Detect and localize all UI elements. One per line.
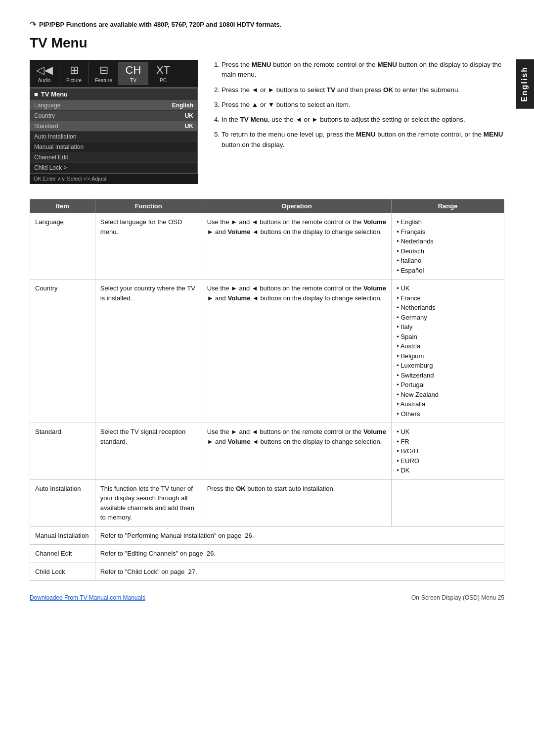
menu-mockup: ◁◀ Audio ⊞ Picture ⊟ Feature CH TV XT [30, 60, 198, 184]
table-row: Manual Installa­tion Refer to "Performin… [30, 526, 504, 545]
menu-row-auto-install-label: Auto Installation [34, 133, 76, 140]
menu-row-channel-edit[interactable]: Channel Edit [30, 152, 197, 163]
header-note: ↷ PIP/PBP Functions are available with 4… [30, 20, 504, 29]
table-header-row: Item Function Operation Range [30, 199, 504, 213]
top-section: ◁◀ Audio ⊞ Picture ⊟ Feature CH TV XT [30, 60, 504, 184]
menu-header-text: TV Menu [41, 91, 68, 98]
col-header-item: Item [30, 199, 95, 213]
instructions-list: Press the MENU button on the remote cont… [213, 60, 504, 150]
main-table: Item Function Operation Range Language S… [30, 199, 504, 581]
col-header-function: Function [95, 199, 202, 213]
range-country: • UK• France• Netherlands• Germany• Ital… [392, 280, 504, 423]
instruction-1: Press the MENU button on the remote cont… [222, 60, 504, 80]
menu-row-auto-install[interactable]: Auto Installation [30, 132, 197, 142]
menu-header: ■ TV Menu [30, 89, 197, 100]
item-channel-edit: Channel Edit [30, 545, 95, 563]
item-manual-install: Manual Installa­tion [30, 526, 95, 545]
page-title: TV Menu [30, 35, 504, 51]
pc-label: PC [160, 78, 167, 83]
table-row: Country Select your country where the TV… [30, 280, 504, 423]
item-language: Language [30, 213, 95, 280]
operation-auto-install: Press the OK button to start auto instal… [202, 479, 392, 526]
audio-icon: ◁◀ [36, 64, 53, 77]
side-tab-english: English [516, 59, 534, 109]
function-country: Select your country where the TV is inst… [95, 280, 202, 423]
table-row: Child Lock Refer to "Child Lock" on page… [30, 563, 504, 581]
menu-icon-audio[interactable]: ◁◀ Audio [30, 62, 59, 85]
menu-row-country-label: Country [34, 112, 55, 119]
function-auto-install: This function lets the TV tuner of your … [95, 479, 202, 526]
table-row: Auto Installation This function lets the… [30, 479, 504, 526]
range-language: • English• Français• Nederlands• Deutsch… [392, 213, 504, 280]
tv-label: TV [130, 78, 136, 83]
menu-row-standard-label: Standard [34, 123, 58, 130]
instructions-panel: Press the MENU button on the remote cont… [213, 60, 504, 184]
col-header-range: Range [392, 199, 504, 213]
header-note-text: PIP/PBP Functions are available with 480… [39, 21, 281, 28]
function-child-lock: Refer to "Child Lock" on page 27. [95, 563, 504, 581]
feature-icon: ⊟ [99, 64, 108, 77]
menu-hint: OK:Enter ∧∨:Select <>:Adjust [30, 174, 198, 184]
feature-label: Feature [95, 78, 112, 83]
menu-row-language-label: Language [34, 102, 60, 109]
audio-label: Audio [38, 78, 51, 83]
menu-icon-feature[interactable]: ⊟ Feature [89, 62, 119, 85]
function-manual-install: Refer to "Performing Manual Installation… [95, 526, 504, 545]
footer-page-info: On-Screen Display (OSD) Menu 25 [411, 594, 504, 601]
instruction-2: Press the ◄ or ► buttons to select TV an… [222, 85, 504, 95]
instruction-3: Press the ▲ or ▼ buttons to select an it… [222, 100, 504, 110]
item-country: Country [30, 280, 95, 423]
menu-icon-tv[interactable]: CH TV [119, 62, 148, 85]
table-row: Standard Select the TV signal reception … [30, 423, 504, 480]
function-standard: Select the TV signal reception standard. [95, 423, 202, 480]
item-auto-install: Auto Installation [30, 479, 95, 526]
pip-icon: ↷ [30, 20, 36, 29]
picture-label: Picture [66, 78, 82, 83]
menu-row-manual-install[interactable]: Manual Installation [30, 142, 197, 152]
menu-icon-picture[interactable]: ⊞ Picture [59, 62, 89, 85]
menu-icon-pc[interactable]: XT PC [148, 62, 178, 85]
function-language: Select language for the OSD menu. [95, 213, 202, 280]
operation-standard: Use the ► and ◄ buttons on the remote co… [202, 423, 392, 480]
menu-icons-row: ◁◀ Audio ⊞ Picture ⊟ Feature CH TV XT [30, 60, 198, 88]
footer: Downloaded From TV-Manual.com Manuals On… [30, 591, 504, 601]
menu-header-square: ■ [34, 91, 38, 98]
menu-row-country-value: UK [185, 112, 193, 119]
menu-row-standard[interactable]: Standard UK [30, 121, 197, 132]
operation-language: Use the ► and ◄ buttons on the remote co… [202, 213, 392, 280]
menu-row-manual-install-label: Manual Installation [34, 143, 84, 150]
menu-row-child-lock[interactable]: Child Lock > [30, 163, 197, 173]
col-header-operation: Operation [202, 199, 392, 213]
operation-country: Use the ► and ◄ buttons on the remote co… [202, 280, 392, 423]
menu-row-language-value: English [172, 102, 193, 109]
menu-row-country[interactable]: Country UK [30, 111, 197, 121]
menu-row-child-lock-label: Child Lock > [34, 164, 67, 171]
range-standard: • UK• FR• B/G/H• EURO• DK [392, 423, 504, 480]
table-row: Language Select language for the OSD men… [30, 213, 504, 280]
table-row: Channel Edit Refer to "Editing Channels"… [30, 545, 504, 563]
instruction-4: In the TV Menu, use the ◄ or ► buttons t… [222, 115, 504, 125]
menu-body: ■ TV Menu Language English Country UK St… [30, 88, 198, 174]
function-channel-edit: Refer to "Editing Channels" on page 26. [95, 545, 504, 563]
picture-icon: ⊞ [70, 64, 79, 77]
menu-row-language[interactable]: Language English [30, 100, 197, 111]
tv-icon: CH [126, 64, 141, 77]
menu-row-channel-edit-label: Channel Edit [34, 154, 68, 161]
item-child-lock: Child Lock [30, 563, 95, 581]
pc-icon: XT [156, 64, 170, 77]
footer-link[interactable]: Downloaded From TV-Manual.com Manuals [30, 594, 145, 601]
instruction-5: To return to the menu one level up, pres… [222, 130, 504, 150]
range-auto-install [392, 479, 504, 526]
menu-row-standard-value: UK [185, 123, 193, 130]
item-standard: Standard [30, 423, 95, 480]
